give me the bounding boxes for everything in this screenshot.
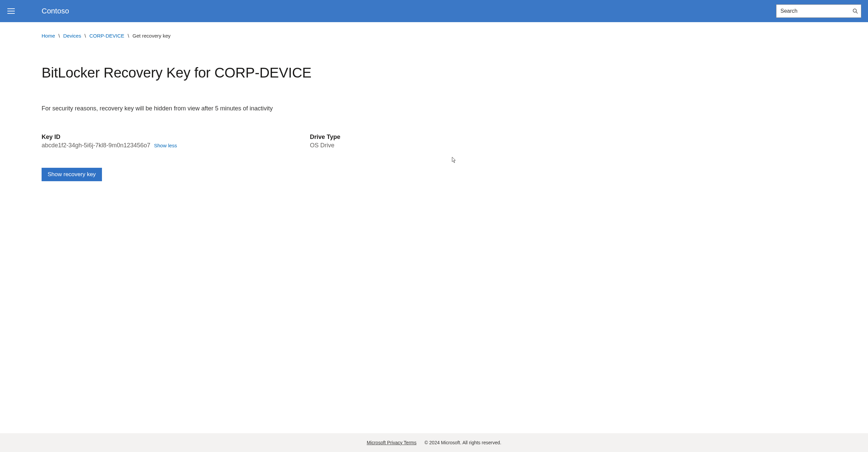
search-input[interactable] [776,4,861,18]
security-note: For security reasons, recovery key will … [41,105,827,112]
main-container: Home \ Devices \ CORP-DEVICE \ Get recov… [0,22,868,181]
show-less-link[interactable]: Show less [154,143,177,148]
breadcrumb: Home \ Devices \ CORP-DEVICE \ Get recov… [41,22,827,38]
show-recovery-key-button[interactable]: Show recovery key [41,168,102,181]
breadcrumb-separator: \ [85,33,86,38]
header: Contoso [0,0,868,22]
brand-name[interactable]: Contoso [41,7,69,16]
breadcrumb-home[interactable]: Home [41,33,55,38]
key-id-value: abcde1f2-34gh-5i6j-7kl8-9m0n123456o7 [41,142,150,149]
drive-type-value: OS Drive [310,142,410,149]
breadcrumb-devices[interactable]: Devices [63,33,81,38]
hamburger-icon [7,8,15,14]
search-container [776,4,861,18]
breadcrumb-separator: \ [58,33,60,38]
page-title: BitLocker Recovery Key for CORP-DEVICE [41,65,827,81]
breadcrumb-current: Get recovery key [132,33,170,38]
breadcrumb-device-name[interactable]: CORP-DEVICE [89,33,124,38]
info-row: Key ID abcde1f2-34gh-5i6j-7kl8-9m0n12345… [41,133,827,149]
breadcrumb-separator: \ [128,33,129,38]
key-id-label: Key ID [41,133,297,141]
key-id-value-row: abcde1f2-34gh-5i6j-7kl8-9m0n123456o7 Sho… [41,142,297,149]
hamburger-menu[interactable] [0,0,22,22]
key-id-section: Key ID abcde1f2-34gh-5i6j-7kl8-9m0n12345… [41,133,297,149]
drive-type-section: Drive Type OS Drive [310,133,410,149]
drive-type-label: Drive Type [310,133,410,141]
